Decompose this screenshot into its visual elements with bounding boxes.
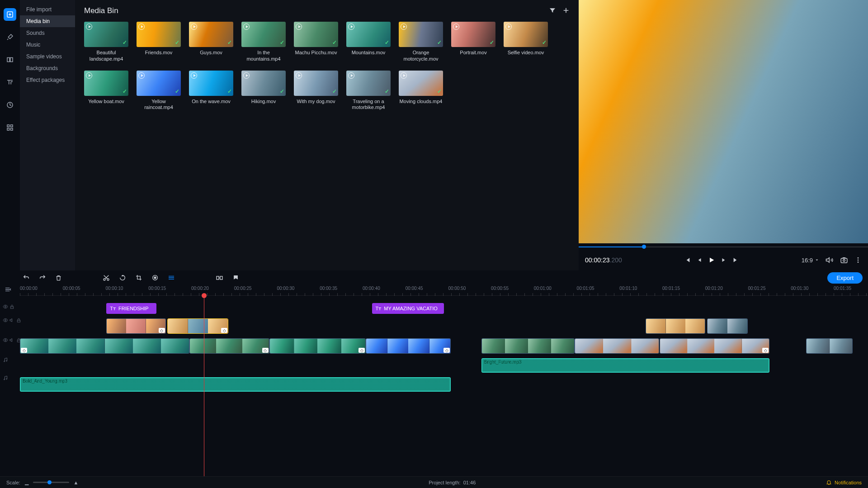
next-frame-icon[interactable] [721,257,727,263]
crop-icon[interactable] [135,274,142,281]
video-clip[interactable] [575,338,660,354]
eye-icon[interactable] [3,317,8,324]
mute-icon[interactable] [826,256,834,264]
filter-icon[interactable] [549,7,556,15]
delete-icon[interactable] [55,275,62,281]
media-item[interactable]: ✓Machu Picchu.mov [294,22,338,62]
rail-more-icon[interactable] [4,121,16,134]
media-item[interactable]: ✓Selfie video.mov [504,22,548,62]
eye-icon[interactable] [3,337,8,344]
preview-timecode: 00:00:23.200 [585,256,622,264]
cut-icon[interactable] [103,274,110,281]
media-item[interactable]: ✓Beautiful landscape.mp4 [84,22,128,62]
rail-transitions-icon[interactable] [4,53,16,66]
playhead[interactable] [204,296,204,476]
music-icon[interactable] [3,375,8,382]
media-item[interactable]: ✓Traveling on a motorbike.mp4 [346,71,391,111]
rail-effects-icon[interactable] [4,31,16,43]
video-clip[interactable]: ◇ [167,318,228,334]
prev-frame-icon[interactable] [696,257,703,263]
text-clip[interactable]: TᴛFRIENDSHIP [106,303,156,314]
media-item[interactable]: ✓Guys.mov [189,22,233,62]
main-video-track[interactable]: ◇◇◇◇◇ [20,337,868,355]
video-clip[interactable]: ◇ [366,338,451,354]
aspect-ratio-button[interactable]: 16:9 [802,257,819,264]
export-button[interactable]: Export [827,272,863,284]
ruler-tick: 00:01:20 [705,286,723,291]
media-item[interactable]: ✓Friends.mov [137,22,181,62]
media-item-label: Friends.mov [145,50,173,56]
main-audio-track[interactable]: Bold_And_Young.mp3 [20,376,868,393]
media-item[interactable]: ✓In the mountains.mp4 [241,22,286,62]
color-adjust-icon[interactable] [168,274,175,281]
text-clip[interactable]: TᴛMY AMAZING VACATIO [372,303,444,314]
ruler-tick: 00:00:05 [63,286,80,291]
media-item[interactable]: ✓Hiking.mov [241,71,286,111]
snapshot-icon[interactable] [840,256,848,264]
sidebar-item-effect-packages[interactable]: Effect packages [20,74,75,86]
notifications-button[interactable]: Notifications [826,479,862,485]
audio-clip[interactable]: Bold_And_Young.mp3 [20,377,451,392]
video-clip[interactable] [806,338,853,354]
scale-plus-icon[interactable]: ▲ [74,480,79,485]
scale-slider[interactable] [33,482,69,483]
rotate-icon[interactable] [119,274,126,281]
preview-scrubber[interactable] [579,243,868,250]
preview-menu-icon[interactable] [854,256,862,264]
media-item[interactable]: ✓Mountains.mov [346,22,391,62]
music-icon[interactable] [3,357,8,364]
preview-viewport[interactable] [579,0,868,243]
sidebar-item-sample-videos[interactable]: Sample videos [20,51,75,62]
sidebar-item-media-bin[interactable]: Media bin [20,15,75,27]
ruler-options-icon[interactable] [5,286,12,294]
media-item[interactable]: ✓Orange motorcycle.mov [399,22,443,62]
add-media-icon[interactable] [562,7,570,15]
video-clip[interactable]: ◇ [189,338,269,354]
video-clip[interactable] [707,318,748,334]
sidebar-item-music[interactable]: Music [20,39,75,51]
overlay-audio-track[interactable]: Bright_Future.mp3 [20,357,868,374]
transition-icon[interactable] [216,274,223,282]
rail-stickers-icon[interactable] [4,99,16,111]
skip-end-icon[interactable] [732,256,740,264]
sidebar-item-file-import[interactable]: File import [20,4,75,15]
sidebar-item-sounds[interactable]: Sounds [20,27,75,39]
media-item[interactable]: ✓Moving clouds.mp4 [399,71,443,111]
media-item[interactable]: ✓With my dog.mov [294,71,338,111]
video-clip[interactable]: ◇ [269,338,366,354]
svg-rect-6 [7,128,9,131]
ruler-tick: 00:01:10 [619,286,637,291]
vol-icon[interactable] [9,337,15,344]
eye-icon[interactable] [3,304,8,310]
redo-icon[interactable] [39,274,46,281]
media-item[interactable]: ✓Portrait.mov [451,22,495,62]
audio-clip[interactable]: Bright_Future.mp3 [481,358,770,373]
play-icon[interactable] [708,256,715,264]
scale-minus-icon[interactable]: ▁ [25,479,28,485]
marker-icon[interactable] [232,275,239,281]
video-clip[interactable]: ◇ [106,318,165,334]
undo-icon[interactable] [23,274,30,281]
media-item[interactable]: ✓Yellow boat.mov [84,71,128,111]
video-clip[interactable]: ◇ [660,338,770,354]
media-item[interactable]: ✓Yellow raincoat.mp4 [137,71,181,111]
rail-import-icon[interactable] [4,8,16,21]
svg-point-26 [6,360,7,361]
video-clip[interactable]: ◇ [20,338,189,354]
lock-icon[interactable] [9,304,14,310]
media-item[interactable]: ✓On the wave.mov [189,71,233,111]
statusbar: Scale: ▁ ▲ Project length: 01:46 Notific… [0,476,868,488]
overlay-video-track[interactable]: ◇◇ [20,317,868,335]
skip-start-icon[interactable] [684,256,691,264]
ruler-tick: 00:01:05 [577,286,594,291]
timeline-ruler[interactable]: 00:00:0000:00:0500:00:1000:00:1500:00:20… [0,285,868,296]
tracks-area[interactable]: TᴛFRIENDSHIPTᴛMY AMAZING VACATIO ◇◇ ◇◇◇◇… [0,296,868,476]
video-clip[interactable] [481,338,575,354]
sidebar-item-backgrounds[interactable]: Backgrounds [20,62,75,74]
video-clip[interactable] [646,318,705,334]
record-icon[interactable] [151,274,159,281]
text-track[interactable]: TᴛFRIENDSHIPTᴛMY AMAZING VACATIO [20,302,868,315]
rail-titles-icon[interactable] [4,76,16,89]
media-item-label: Beautiful landscape.mp4 [84,50,128,62]
vol-icon[interactable] [9,317,15,324]
